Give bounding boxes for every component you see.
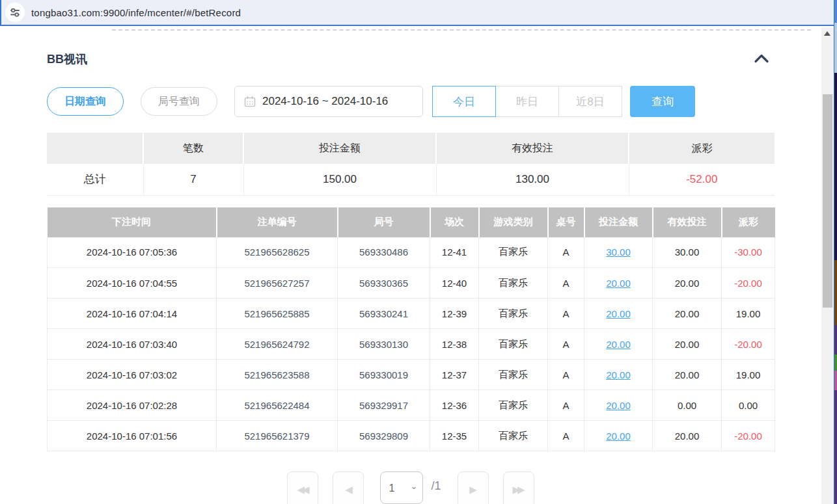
bet-amount-link[interactable]: 30.00 (606, 246, 631, 258)
bet-amount-link[interactable]: 20.00 (606, 308, 631, 319)
summary-table: 笔数投注金额有效投注派彩 总计7150.00130.00-52.00 (47, 133, 775, 196)
table-no-cell: A (548, 329, 584, 360)
records-header-row: 下注时间注单编号局号场次游戏类别桌号投注金额有效投注派彩 (48, 207, 775, 237)
round-id-cell: 569330365 (338, 268, 430, 298)
first-page-button[interactable]: ◀◀ (287, 471, 318, 504)
records-header-cell: 下注时间 (48, 207, 217, 237)
calendar-icon (244, 96, 256, 107)
table-row: 2024-10-16 07:01:56521965621379569329809… (48, 421, 775, 451)
pagination: ◀◀ ◀ 1 ⌄ /1 ▶ ▶▶ (47, 471, 775, 504)
summary-value-cell: 130.00 (436, 164, 629, 195)
prev-page-icon: ◀ (345, 484, 350, 495)
records-header-cell: 局号 (338, 207, 430, 237)
payout-cell: -30.00 (722, 237, 775, 268)
next-page-button[interactable]: ▶ (458, 471, 489, 504)
payout-cell: -20.00 (722, 329, 775, 360)
bet-amount-cell: 20.00 (584, 390, 653, 421)
table-row: 2024-10-16 07:03:40521965624792569330130… (48, 329, 775, 360)
query-tabs: 日期查询局号查询 (47, 87, 234, 116)
summary-header-row: 笔数投注金额有效投注派彩 (47, 133, 775, 164)
search-button[interactable]: 查询 (630, 86, 695, 117)
prev-page-button[interactable]: ◀ (333, 471, 364, 504)
round-id-cell: 569330130 (338, 329, 430, 360)
table-no-cell: A (548, 360, 584, 390)
summary-header-cell (47, 133, 143, 164)
bet-id-cell: 521965623588 (217, 360, 338, 390)
session-cell: 12-38 (430, 329, 479, 360)
chevron-up-icon (754, 54, 769, 63)
table-row: 2024-10-16 07:04:55521965627257569330365… (48, 268, 775, 298)
bet-amount-cell: 20.00 (584, 421, 653, 451)
quick-range-button[interactable]: 昨日 (495, 86, 559, 117)
bet-amount-cell: 20.00 (584, 268, 653, 298)
bet-time-cell: 2024-10-16 07:03:02 (48, 360, 217, 390)
valid-bet-cell: 0.00 (653, 390, 722, 421)
next-page-icon: ▶ (469, 484, 474, 495)
game-type-cell: 百家乐 (479, 298, 548, 329)
bet-id-cell: 521965627257 (217, 268, 338, 298)
url-text[interactable]: tongbao31.com:9900/infe/mcenter/#/betRec… (31, 7, 241, 18)
session-cell: 12-39 (430, 298, 479, 329)
quick-range-button[interactable]: 近8日 (558, 86, 622, 117)
collapse-button[interactable] (752, 53, 771, 66)
bet-id-cell: 521965625885 (217, 298, 338, 329)
summary-value-cell: -52.00 (629, 164, 775, 195)
background-page-edge (834, 0, 837, 504)
bet-amount-link[interactable]: 20.00 (606, 278, 631, 289)
summary-total-row: 总计7150.00130.00-52.00 (47, 164, 775, 195)
records-header-cell: 投注金额 (584, 207, 653, 237)
records-table: 下注时间注单编号局号场次游戏类别桌号投注金额有效投注派彩 2024-10-16 … (47, 207, 775, 452)
table-no-cell: A (548, 237, 584, 268)
bet-time-cell: 2024-10-16 07:04:55 (48, 268, 217, 298)
round-id-cell: 569329809 (338, 421, 430, 451)
game-type-cell: 百家乐 (479, 268, 548, 298)
scroll-up-icon[interactable] (824, 31, 830, 36)
valid-bet-cell: 20.00 (653, 329, 722, 360)
payout-cell: 19.00 (722, 360, 775, 390)
bet-time-cell: 2024-10-16 07:03:40 (48, 329, 217, 360)
records-header-cell: 桌号 (548, 207, 584, 237)
session-cell: 12-41 (430, 237, 479, 268)
bet-id-cell: 521965628625 (217, 237, 338, 268)
bet-amount-cell: 20.00 (584, 329, 653, 360)
session-cell: 12-40 (430, 268, 479, 298)
round-id-cell: 569330486 (338, 237, 430, 268)
page-select[interactable]: 1 (381, 472, 422, 503)
quick-range-group: 今日昨日近8日 (432, 86, 622, 117)
filter-row: 日期查询局号查询 2024-10-16 ~ 2024-10-16 今日昨日近8日… (47, 86, 775, 117)
summary-header-cell: 有效投注 (436, 133, 629, 164)
records-header-cell: 场次 (430, 207, 479, 237)
session-cell: 12-35 (430, 421, 479, 451)
scrollbar-thumb[interactable] (823, 94, 832, 308)
records-header-cell: 注单编号 (217, 207, 338, 237)
first-page-icon: ◀◀ (297, 484, 307, 495)
bet-amount-link[interactable]: 20.00 (606, 369, 631, 380)
bet-amount-cell: 30.00 (584, 237, 653, 268)
bet-amount-link[interactable]: 20.00 (606, 400, 631, 411)
game-type-cell: 百家乐 (479, 237, 548, 268)
site-settings-icon[interactable] (5, 3, 25, 22)
payout-cell: -20.00 (722, 268, 775, 298)
date-range-picker[interactable]: 2024-10-16 ~ 2024-10-16 (234, 86, 423, 117)
table-no-cell: A (548, 421, 584, 451)
round-id-cell: 569330241 (338, 298, 430, 329)
bet-amount-link[interactable]: 20.00 (606, 431, 631, 442)
quick-range-button[interactable]: 今日 (432, 86, 496, 117)
round-id-cell: 569329917 (338, 390, 430, 421)
query-tab[interactable]: 日期查询 (47, 87, 124, 116)
last-page-button[interactable]: ▶▶ (503, 471, 534, 504)
game-type-cell: 百家乐 (479, 360, 548, 390)
game-type-cell: 百家乐 (479, 421, 548, 451)
summary-value-cell: 150.00 (243, 164, 436, 195)
valid-bet-cell: 20.00 (653, 268, 722, 298)
bet-amount-cell: 20.00 (584, 298, 653, 329)
summary-header-cell: 笔数 (143, 133, 243, 164)
query-tab[interactable]: 局号查询 (141, 87, 217, 116)
last-page-icon: ▶▶ (512, 484, 522, 495)
payout-cell: -20.00 (722, 421, 775, 451)
bet-amount-link[interactable]: 20.00 (606, 339, 631, 350)
valid-bet-cell: 20.00 (653, 421, 722, 451)
scrollbar[interactable] (821, 27, 834, 504)
bet-time-cell: 2024-10-16 07:04:14 (48, 298, 217, 329)
bet-id-cell: 521965624792 (217, 329, 338, 360)
